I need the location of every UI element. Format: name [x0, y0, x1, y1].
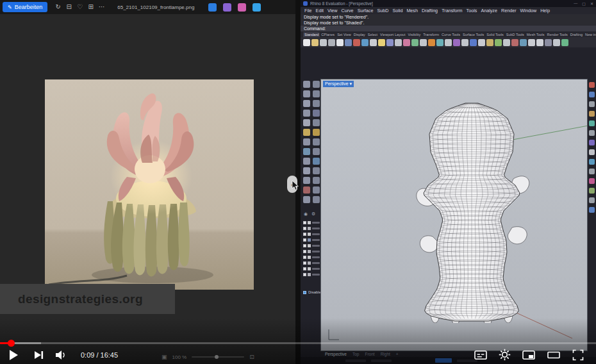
toolbar-icon[interactable]	[361, 39, 368, 46]
toolbar-icon[interactable]	[378, 39, 385, 46]
toolbar-tab[interactable]: Set View	[336, 32, 352, 37]
toolbar-tab[interactable]: Transform	[422, 32, 440, 37]
panel-icon[interactable]	[589, 197, 595, 203]
toolbar-icon[interactable]	[436, 39, 443, 46]
viewport-title-tab[interactable]: Perspective ▾	[323, 81, 354, 87]
tool-icon[interactable]	[313, 196, 320, 203]
panel-icon[interactable]	[589, 130, 595, 136]
menu-edit[interactable]: Edit	[314, 8, 326, 13]
menu-window[interactable]: Window	[518, 8, 539, 13]
tool-icon[interactable]	[303, 110, 310, 117]
tool-icon[interactable]	[303, 119, 310, 126]
toolbar-tab[interactable]: SubD Tools	[505, 32, 526, 37]
tool-icon[interactable]	[313, 167, 320, 174]
previous-image-button[interactable]: ‹	[287, 176, 297, 193]
tool-icon[interactable]	[303, 186, 310, 194]
toolbar-tab[interactable]: Display	[352, 32, 367, 37]
command-input[interactable]: Command:	[301, 26, 596, 31]
tool-icon[interactable]	[303, 148, 310, 155]
toolbar-icon[interactable]	[303, 39, 310, 46]
panel-icon[interactable]	[589, 140, 595, 145]
layer-checkbox[interactable]	[303, 267, 306, 270]
delete-icon[interactable]: ⊟	[63, 0, 74, 14]
panel-icon[interactable]	[589, 92, 595, 97]
menu-surface[interactable]: Surface	[356, 8, 376, 13]
layer-row[interactable]	[303, 238, 320, 242]
lamp-photo[interactable]	[45, 79, 254, 290]
toolbar-tab[interactable]: Drafting	[569, 32, 584, 37]
toolbar-icon[interactable]	[411, 39, 418, 46]
tool-icon[interactable]	[313, 177, 320, 184]
toolbar-tab[interactable]: Render Tools	[545, 32, 568, 37]
layer-row[interactable]	[303, 220, 320, 224]
toolbar-tab[interactable]: Visibility	[406, 32, 422, 37]
tool-icon[interactable]	[313, 138, 320, 145]
toolbar-icon[interactable]	[328, 39, 335, 46]
toolbar-icon[interactable]	[478, 39, 485, 46]
app-chip[interactable]	[238, 3, 246, 12]
tool-icon[interactable]	[313, 186, 320, 194]
toolbar-icon[interactable]	[520, 39, 527, 46]
toolbar-icon[interactable]	[470, 39, 477, 46]
toolbar-icon[interactable]	[370, 39, 377, 46]
layer-row[interactable]	[303, 232, 320, 236]
toolbar-tab[interactable]: Surface Tools	[461, 32, 485, 37]
menu-render[interactable]: Render	[499, 8, 518, 13]
toolbar-icon[interactable]	[445, 39, 452, 46]
app-chip[interactable]	[223, 3, 231, 12]
progress-bar[interactable]	[0, 342, 596, 344]
menu-file[interactable]: File	[302, 8, 314, 13]
app-chip[interactable]	[208, 3, 217, 12]
tool-icon[interactable]	[303, 158, 310, 165]
panel-icon[interactable]	[589, 101, 595, 107]
app-chip[interactable]	[252, 3, 261, 12]
maximize-button[interactable]: ▢	[582, 1, 586, 6]
tool-icon[interactable]	[303, 81, 310, 88]
grid-icon[interactable]: ⊞	[85, 0, 96, 14]
theater-mode-button[interactable]	[547, 345, 561, 364]
tool-icon[interactable]	[313, 110, 320, 117]
tool-icon[interactable]	[303, 90, 310, 97]
panel-group-icons[interactable]: ◉ ⚙	[304, 211, 317, 217]
toolbar-icon[interactable]	[461, 39, 468, 46]
close-button[interactable]: ✕	[590, 1, 593, 6]
toolbar-tab[interactable]: Standard	[303, 32, 320, 37]
toolbar-icon[interactable]	[320, 39, 327, 46]
menu-curve[interactable]: Curve	[339, 8, 355, 13]
panel-icon[interactable]	[589, 149, 595, 155]
toolbar-icon[interactable]	[345, 39, 352, 46]
toolbar-icon[interactable]	[420, 39, 427, 46]
toolbar-icon[interactable]	[428, 39, 435, 46]
perspective-viewport[interactable]: Perspective ▾	[320, 79, 588, 351]
tool-icon[interactable]	[313, 148, 320, 155]
edit-button[interactable]: ✎ Bearbeiten	[3, 2, 47, 12]
toolbar-tab[interactable]: CPlanes	[320, 32, 336, 37]
favorite-icon[interactable]: ♡	[74, 0, 85, 14]
toolbar-icon[interactable]	[453, 39, 460, 46]
layer-checkbox[interactable]	[303, 273, 306, 276]
toolbar-tab[interactable]: Mesh Tools	[526, 32, 546, 37]
panel-icon[interactable]	[589, 169, 595, 174]
next-button[interactable]	[27, 345, 50, 364]
panel-icon[interactable]	[589, 159, 595, 165]
panel-icon[interactable]	[589, 82, 595, 88]
tool-icon[interactable]	[303, 138, 310, 145]
tool-icon[interactable]	[313, 100, 320, 107]
play-button[interactable]	[0, 345, 27, 364]
toolbar-icon[interactable]	[528, 39, 535, 46]
minimize-button[interactable]: —	[574, 1, 577, 6]
toolbar-icon[interactable]	[553, 39, 560, 46]
tool-icon[interactable]	[303, 196, 310, 203]
layer-checkbox[interactable]	[303, 233, 306, 236]
toolbar-icon[interactable]	[561, 39, 568, 46]
miniplayer-button[interactable]	[522, 345, 536, 364]
menu-tools[interactable]: Tools	[465, 8, 479, 13]
menu-view[interactable]: View	[326, 8, 339, 13]
tool-icon[interactable]	[303, 167, 310, 174]
toolbar-icon[interactable]	[503, 39, 510, 46]
panel-icon[interactable]	[589, 120, 595, 126]
tool-icon[interactable]	[313, 158, 320, 165]
tool-icon[interactable]	[303, 100, 310, 107]
layer-checkbox[interactable]	[303, 250, 306, 253]
disable-checkbox[interactable]	[303, 291, 306, 294]
